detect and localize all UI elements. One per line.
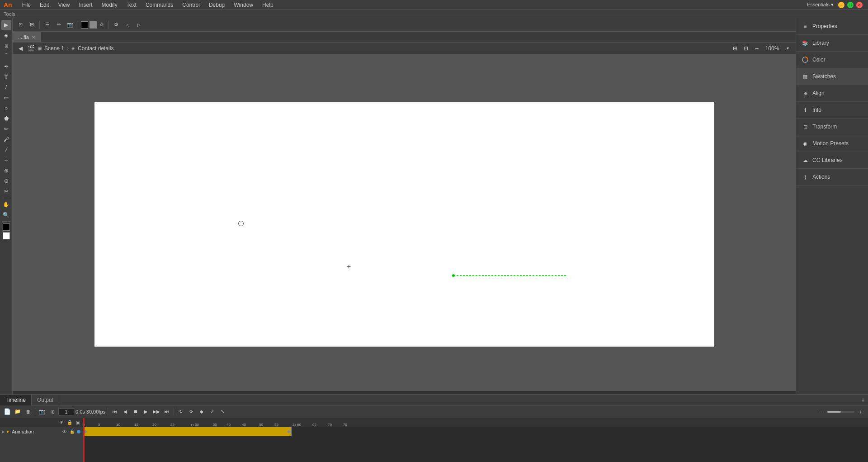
tool-subselect[interactable]: ◈ xyxy=(1,30,11,40)
tool-pen[interactable]: ✒ xyxy=(1,62,11,71)
play-btn[interactable]: ▶ xyxy=(142,407,151,416)
panel-info[interactable]: ℹ Info xyxy=(796,102,868,119)
tool-free-transform[interactable]: ⊞ xyxy=(1,41,11,51)
tool-paint[interactable]: ╱ xyxy=(1,145,11,155)
frame-display[interactable]: 1 xyxy=(58,408,74,415)
close-button[interactable]: ✕ xyxy=(856,2,863,8)
panel-actions[interactable]: ⟩ Actions xyxy=(796,169,868,186)
loop-btn[interactable]: ↻ xyxy=(176,407,185,416)
tool-text[interactable]: T xyxy=(1,72,11,82)
animation-frame-bar[interactable] xyxy=(84,427,292,436)
tool-stroke-color[interactable] xyxy=(3,224,10,231)
menu-debug[interactable]: Debug xyxy=(204,1,229,9)
menu-modify[interactable]: Modify xyxy=(97,1,122,9)
menu-help[interactable]: Help xyxy=(258,1,278,9)
fit-scene-btn[interactable]: ⊞ xyxy=(731,44,740,53)
layer-row-animation[interactable]: ▶ ✦ Animation 👁 🔒 xyxy=(0,427,83,436)
tool-ink[interactable]: ⊹ xyxy=(1,155,11,165)
add-keyframe-btn[interactable]: ◆ xyxy=(197,407,206,416)
edit-symbols-btn[interactable]: ✏ xyxy=(54,20,64,30)
option2-btn[interactable]: ▷ xyxy=(134,20,144,30)
tool-paint-bucket[interactable]: ⊕ xyxy=(1,166,11,176)
menu-file[interactable]: File xyxy=(18,1,35,9)
tool-pencil[interactable]: ✏ xyxy=(1,124,11,134)
snap-to-objects-btn[interactable]: ⊡ xyxy=(15,20,25,30)
new-layer-btn[interactable]: 📄 xyxy=(3,407,12,416)
canvas-area[interactable]: + xyxy=(13,54,796,394)
menu-view[interactable]: View xyxy=(54,1,75,9)
timeline-area: Timeline Output ≡ 📄 📁 🗑 📷 ◎ 1 0.0s 30.00… xyxy=(0,394,868,462)
menu-commands[interactable]: Commands xyxy=(141,1,178,9)
menu-control[interactable]: Control xyxy=(178,1,204,9)
menu-insert[interactable]: Insert xyxy=(75,1,97,9)
timeline-zoom-slider[interactable] xyxy=(827,411,854,413)
h-scrollbar[interactable] xyxy=(13,391,796,394)
minimize-button[interactable]: − xyxy=(838,2,844,8)
new-folder-btn[interactable]: 📁 xyxy=(13,407,22,416)
panel-swatches[interactable]: ▦ Swatches xyxy=(796,68,868,85)
tool-poly[interactable]: ⬟ xyxy=(1,114,11,124)
timeline-collapse-btn[interactable]: ≡ xyxy=(858,397,868,403)
tool-eraser[interactable]: ✂ xyxy=(1,186,11,196)
go-to-last-btn[interactable]: ⏭ xyxy=(162,407,171,416)
zoom-timeline-out[interactable]: − xyxy=(816,407,826,416)
wand-btn[interactable]: ⚙ xyxy=(111,20,121,30)
file-tab[interactable]: ....fla ✕ xyxy=(13,32,41,42)
panel-color[interactable]: Color xyxy=(796,52,868,68)
panel-motion-presets[interactable]: ◉ Motion Presets xyxy=(796,135,868,152)
tab-timeline[interactable]: Timeline xyxy=(0,395,32,405)
panel-cc-libraries[interactable]: ☁ CC Libraries xyxy=(796,152,868,169)
zoom-timeline-in[interactable]: + xyxy=(856,407,865,416)
tween-btn[interactable]: ⤢ xyxy=(208,407,217,416)
fit-selection-btn[interactable]: ⊡ xyxy=(741,44,750,53)
maximize-button[interactable]: □ xyxy=(847,2,854,8)
frames-panel[interactable]: 1 5 10 15 20 25 1s 30 35 40 45 50 55 2s xyxy=(84,418,868,462)
breadcrumb-scene[interactable]: Scene 1 xyxy=(44,45,64,52)
no-color-btn[interactable]: ⊘ xyxy=(98,21,105,29)
layer-lock-icon[interactable]: 🔒 xyxy=(66,419,73,426)
onion-skin-btn[interactable]: ◎ xyxy=(48,407,57,416)
layer-vis-icon[interactable]: 👁 xyxy=(58,419,65,426)
go-to-first-btn[interactable]: ⏮ xyxy=(110,407,119,416)
camera-toggle-btn[interactable]: 📷 xyxy=(38,407,47,416)
layer-lock-toggle[interactable]: 🔒 xyxy=(69,429,75,435)
snap-align-btn[interactable]: ⊞ xyxy=(27,20,37,30)
tool-hand[interactable]: ✋ xyxy=(1,200,11,210)
option1-btn[interactable]: ◁ xyxy=(123,20,132,30)
panel-align[interactable]: ⊞ Align xyxy=(796,85,868,102)
play-forward-btn[interactable]: ▶▶ xyxy=(152,407,161,416)
play-back-btn[interactable]: ◀ xyxy=(121,407,130,416)
tool-zoom[interactable]: 🔍 xyxy=(1,210,11,220)
zoom-dropdown[interactable]: ▾ xyxy=(783,44,792,53)
layer-vis-toggle[interactable]: 👁 xyxy=(61,429,68,435)
tool-rect[interactable]: ▭ xyxy=(1,93,11,103)
stroke-color-btn[interactable] xyxy=(81,21,88,29)
tool-select[interactable]: ▶ xyxy=(1,20,11,30)
tool-oval[interactable]: ○ xyxy=(1,103,11,113)
layer-outline-icon[interactable]: ▣ xyxy=(74,419,81,426)
fill-color-btn[interactable] xyxy=(90,21,97,29)
tool-eyedropper[interactable]: ⊖ xyxy=(1,176,11,186)
tool-lasso[interactable]: ⌒ xyxy=(1,51,11,61)
tween2-btn[interactable]: ⤡ xyxy=(218,407,227,416)
essentials-dropdown[interactable]: Essentials ▾ xyxy=(802,2,838,8)
file-tab-close[interactable]: ✕ xyxy=(32,35,35,40)
scene-icon[interactable]: 🎬 xyxy=(27,45,35,52)
sync-btn[interactable]: ⟳ xyxy=(187,407,196,416)
tab-output[interactable]: Output xyxy=(32,395,59,405)
tool-fill-color[interactable] xyxy=(3,232,10,239)
show-hide-btn[interactable]: ☰ xyxy=(42,20,52,30)
menu-text[interactable]: Text xyxy=(122,1,141,9)
tool-line[interactable]: / xyxy=(1,82,11,92)
tool-brush[interactable]: 🖌 xyxy=(1,134,11,144)
panel-transform[interactable]: ⊡ Transform xyxy=(796,119,868,135)
panel-library[interactable]: 📚 Library xyxy=(796,35,868,52)
panel-properties[interactable]: ≡ Properties xyxy=(796,18,868,35)
delete-layer-btn[interactable]: 🗑 xyxy=(24,407,33,416)
camera-btn[interactable]: 📷 xyxy=(65,20,75,30)
menu-window[interactable]: Window xyxy=(229,1,258,9)
back-btn[interactable]: ◀ xyxy=(16,44,24,52)
zoom-out-btn[interactable]: − xyxy=(752,44,761,53)
stop-btn[interactable]: ⏹ xyxy=(131,407,140,416)
menu-edit[interactable]: Edit xyxy=(35,1,54,9)
